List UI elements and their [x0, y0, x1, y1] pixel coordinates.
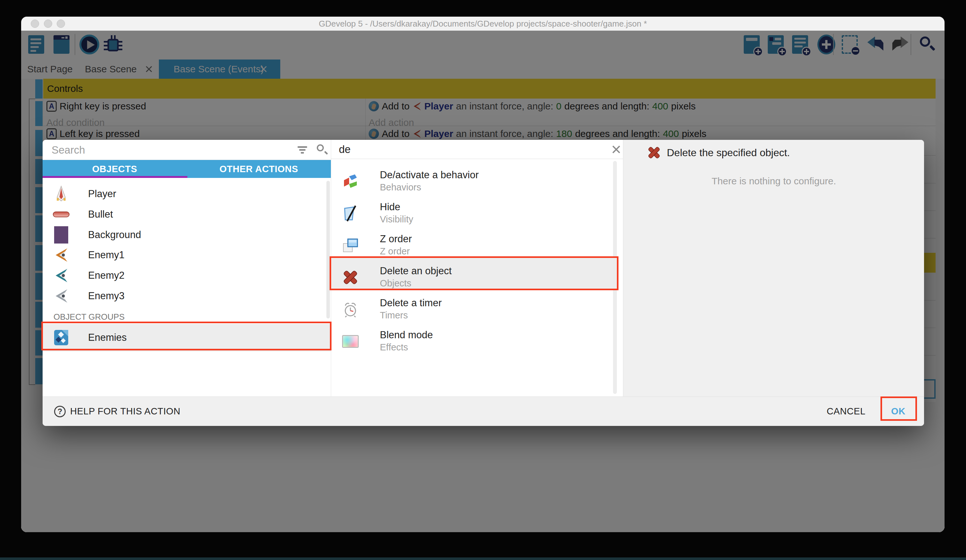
annotation-box-ok — [881, 396, 917, 421]
action-detail-header: Delete the specified object. — [647, 146, 790, 160]
cancel-button[interactable]: CANCEL — [818, 401, 874, 421]
behavior-icon — [342, 173, 359, 190]
object-row-background[interactable]: Background — [43, 224, 331, 245]
object-row-enemy3[interactable]: Enemy3 — [43, 286, 331, 306]
window-title: GDevelop 5 - /Users/dkarakay/Documents/G… — [21, 16, 945, 31]
annotation-box-delete-object — [330, 256, 618, 290]
screen: GDevelop 5 - /Users/dkarakay/Documents/G… — [0, 0, 966, 560]
tab-other-actions[interactable]: OTHER ACTIONS — [187, 160, 331, 178]
action-row-hide[interactable]: Hide Visibility — [331, 193, 618, 226]
nothing-to-configure-text: There is nothing to configure. — [623, 176, 924, 187]
z-order-icon — [342, 237, 359, 254]
object-row-player[interactable]: Player — [43, 184, 331, 204]
delete-object-icon — [647, 146, 661, 160]
tab-objects[interactable]: OBJECTS — [43, 160, 187, 178]
object-search-field[interactable]: Search — [43, 140, 331, 160]
player-ship-icon — [52, 185, 70, 203]
enemy2-ship-icon — [52, 267, 70, 285]
object-row-bullet[interactable]: Bullet — [43, 204, 331, 224]
action-row-delete-timer[interactable]: Delete a timer Timers — [331, 290, 618, 322]
object-tabs: OBJECTS OTHER ACTIONS — [43, 160, 331, 178]
blend-mode-icon — [342, 333, 359, 350]
dialog-footer: ? HELP FOR THIS ACTION CANCEL OK — [43, 396, 924, 426]
object-row-enemy2[interactable]: Enemy2 — [43, 265, 331, 286]
filter-icon[interactable] — [297, 146, 307, 155]
action-row-deactivate-behavior[interactable]: De/activate a behavior Behaviors — [331, 162, 618, 193]
clear-search-icon[interactable] — [611, 144, 622, 155]
object-row-enemy1[interactable]: Enemy1 — [43, 245, 331, 265]
help-icon: ? — [54, 406, 66, 417]
action-row-blend-mode[interactable]: Blend mode Effects — [331, 322, 618, 354]
app-content: Start Page Base Scene Base Scene (Events… — [21, 31, 945, 532]
help-for-this-action-button[interactable]: ? HELP FOR THIS ACTION — [54, 406, 180, 417]
timer-icon — [342, 301, 359, 318]
action-search-value: de — [339, 140, 351, 159]
action-row-z-order[interactable]: Z order Z order — [331, 226, 618, 258]
object-search-placeholder: Search — [52, 140, 85, 160]
objects-scrollbar[interactable] — [326, 181, 330, 318]
hide-icon — [342, 205, 359, 222]
objects-pane: Search OBJECTS OTHER ACTIONS — [43, 140, 331, 396]
desktop-edge-glow — [0, 557, 966, 560]
object-groups-header: OBJECT GROUPS — [54, 312, 125, 322]
enemy1-ship-icon — [52, 246, 70, 264]
enemy3-ship-icon — [52, 287, 70, 305]
action-detail-title: Delete the specified object. — [667, 147, 790, 159]
search-icon[interactable] — [317, 144, 328, 156]
action-detail-pane: Delete the specified object. There is no… — [623, 140, 924, 396]
title-bar: GDevelop 5 - /Users/dkarakay/Documents/G… — [21, 16, 945, 31]
annotation-box-enemies — [41, 322, 332, 350]
bullet-icon — [52, 205, 70, 223]
action-search-field[interactable]: de — [331, 140, 623, 159]
background-icon — [52, 226, 70, 244]
app-window: GDevelop 5 - /Users/dkarakay/Documents/G… — [21, 16, 945, 532]
active-tab-indicator — [43, 176, 187, 178]
